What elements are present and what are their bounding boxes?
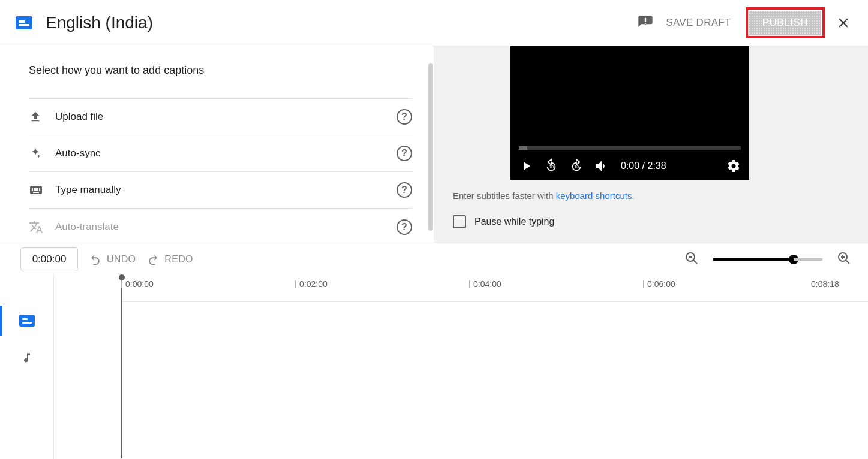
- panel-heading: Select how you want to add captions: [29, 64, 412, 77]
- timeline-toolbar: 0:00:00 UNDO REDO: [0, 243, 868, 276]
- svg-text:10: 10: [549, 165, 554, 169]
- zoom-slider-thumb[interactable]: [789, 255, 798, 264]
- help-icon[interactable]: ?: [397, 146, 412, 161]
- help-icon[interactable]: ?: [397, 182, 412, 198]
- feedback-button[interactable]: [637, 11, 654, 35]
- timeline-ruler[interactable]: 0:00:00 0:02:00 0:04:00 0:06:00 0:08:18: [121, 276, 868, 302]
- option-label: Auto-translate: [55, 221, 397, 233]
- timecode-input[interactable]: 0:00:00: [20, 247, 78, 271]
- close-icon: [836, 15, 851, 31]
- svg-text:10: 10: [575, 165, 579, 169]
- language-title: English (India): [46, 13, 153, 32]
- caption-method-panel: Select how you want to add captions Uplo…: [0, 46, 434, 243]
- zoom-out-icon[interactable]: [684, 251, 699, 268]
- video-player[interactable]: 10 10 0:00 / 2:38: [510, 46, 749, 180]
- save-draft-button[interactable]: SAVE DRAFT: [654, 11, 743, 35]
- subtitles-icon: [16, 16, 32, 29]
- pause-while-typing-checkbox[interactable]: [453, 215, 466, 228]
- video-controls: 10 10 0:00 / 2:38: [510, 152, 749, 180]
- redo-icon: [146, 253, 160, 266]
- help-icon[interactable]: ?: [397, 109, 412, 125]
- timeline-tick: 0:06:00: [643, 280, 675, 288]
- option-auto-sync[interactable]: Auto-sync ?: [29, 135, 412, 172]
- option-label: Auto-sync: [55, 147, 397, 159]
- timeline[interactable]: 0:00:00 0:02:00 0:04:00 0:06:00 0:08:18: [54, 276, 868, 459]
- timeline-tick: 0:00:00: [121, 280, 154, 288]
- publish-highlight: PUBLISH: [746, 7, 825, 38]
- replay-10-icon[interactable]: 10: [543, 158, 560, 174]
- undo-icon: [89, 253, 102, 266]
- zoom-slider[interactable]: [713, 258, 822, 261]
- caption-method-list: Upload file ? Auto-sync ? Type manually …: [29, 98, 412, 243]
- forward-10-icon[interactable]: 10: [568, 158, 585, 174]
- timeline-tick: 0:02:00: [295, 280, 328, 288]
- video-time-display: 0:00 / 2:38: [621, 161, 666, 171]
- undo-button[interactable]: UNDO: [89, 253, 136, 266]
- timeline-tick: 0:04:00: [469, 280, 501, 288]
- play-icon[interactable]: [518, 158, 534, 174]
- keyboard-icon: [29, 183, 55, 197]
- track-tab-captions[interactable]: [0, 302, 53, 339]
- help-icon[interactable]: ?: [397, 219, 412, 235]
- publish-button[interactable]: PUBLISH: [749, 11, 821, 35]
- timeline-tick: 0:08:18: [811, 280, 839, 288]
- settings-gear-icon[interactable]: [725, 158, 742, 174]
- subtitles-icon: [19, 315, 35, 327]
- volume-icon[interactable]: [593, 158, 610, 174]
- sparkle-icon: [29, 147, 55, 160]
- redo-button[interactable]: REDO: [146, 253, 193, 266]
- feedback-icon: [637, 14, 654, 31]
- keyboard-shortcut-hint: Enter subtitles faster with keyboard sho…: [453, 191, 868, 201]
- preview-panel: 10 10 0:00 / 2:38 Enter subtitles faster…: [434, 46, 868, 243]
- header: English (India) SAVE DRAFT PUBLISH: [0, 0, 868, 46]
- upload-icon: [29, 110, 55, 123]
- translate-icon: [29, 220, 55, 234]
- svg-line-3: [693, 260, 697, 264]
- video-progress-bar[interactable]: [519, 146, 741, 150]
- option-type-manually[interactable]: Type manually ?: [29, 172, 412, 209]
- track-tab-audio[interactable]: [0, 339, 53, 376]
- music-note-icon: [21, 351, 33, 364]
- option-upload-file[interactable]: Upload file ?: [29, 99, 412, 135]
- option-label: Upload file: [55, 111, 397, 123]
- close-button[interactable]: [836, 11, 851, 35]
- zoom-in-icon[interactable]: [837, 251, 851, 268]
- keyboard-shortcuts-link[interactable]: keyboard shortcuts: [556, 191, 632, 201]
- pause-while-typing-label: Pause while typing: [474, 216, 554, 227]
- svg-line-6: [846, 260, 849, 264]
- playhead[interactable]: [121, 277, 122, 458]
- track-tab-rail: [0, 276, 54, 459]
- option-auto-translate: Auto-translate ?: [29, 209, 412, 243]
- option-label: Type manually: [55, 184, 397, 196]
